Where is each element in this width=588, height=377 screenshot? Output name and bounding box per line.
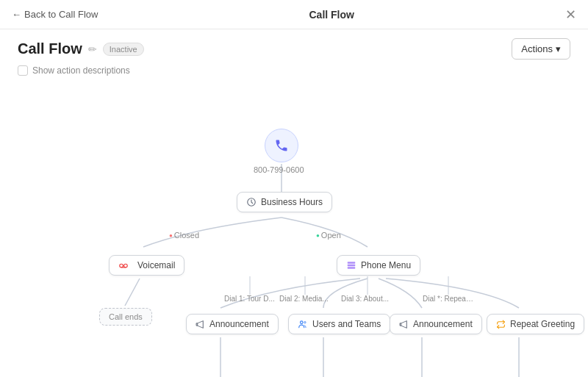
repeat-greeting-node[interactable]: Repeat Greeting bbox=[487, 314, 584, 334]
phone-menu-label: Phone Menu bbox=[361, 260, 411, 270]
actions-button[interactable]: Actions ▾ bbox=[512, 38, 570, 60]
voicemail-label: Voicemail bbox=[137, 260, 175, 270]
repeat-greeting-label: Repeat Greeting bbox=[510, 319, 575, 329]
svg-point-18 bbox=[304, 322, 306, 323]
closed-dot: ● bbox=[169, 232, 173, 239]
phone-menu-box: Phone Menu bbox=[337, 255, 420, 276]
dial-2-label: Dial 2: Media... bbox=[279, 295, 329, 303]
page-header-left: Call Flow ✏ Inactive bbox=[18, 40, 144, 57]
phone-number: 800-799-0600 bbox=[254, 165, 304, 174]
closed-label: ● Closed bbox=[169, 231, 199, 240]
top-bar: ← Back to Call Flow Call Flow ✕ bbox=[0, 0, 588, 29]
top-bar-title: Call Flow bbox=[309, 9, 354, 21]
business-hours-node[interactable]: Business Hours bbox=[237, 192, 332, 212]
open-label: ● Open bbox=[316, 231, 341, 240]
announcement-1-node[interactable]: Announcement bbox=[186, 314, 279, 334]
svg-rect-14 bbox=[348, 262, 356, 263]
flow-area: 800-799-0600 Business Hours ● Closed ● O… bbox=[0, 82, 588, 377]
announcement-1-box: Announcement bbox=[186, 314, 279, 334]
back-link[interactable]: ← Back to Call Flow bbox=[12, 9, 98, 20]
announcement-2-box: Announcement bbox=[390, 314, 482, 334]
business-hours-box: Business Hours bbox=[237, 192, 332, 212]
open-dot: ● bbox=[316, 232, 320, 239]
show-desc-label: Show action descriptions bbox=[32, 65, 130, 76]
users-teams-label: Users and Teams bbox=[312, 319, 381, 329]
voicemail-box: Voicemail bbox=[109, 255, 184, 276]
dial-3-label: Dial 3: About... bbox=[341, 295, 389, 303]
dial-4-label: Dial *: Repeat... bbox=[423, 295, 474, 303]
close-button[interactable]: ✕ bbox=[565, 8, 576, 21]
business-hours-label: Business Hours bbox=[261, 197, 323, 207]
phone-menu-node[interactable]: Phone Menu bbox=[337, 255, 420, 276]
svg-rect-16 bbox=[348, 267, 356, 268]
show-descriptions-row: Show action descriptions bbox=[0, 62, 588, 82]
svg-point-17 bbox=[301, 321, 304, 324]
page-title: Call Flow bbox=[18, 40, 82, 57]
svg-line-1 bbox=[125, 279, 140, 306]
back-link-label: Back to Call Flow bbox=[24, 9, 98, 20]
svg-point-12 bbox=[120, 264, 123, 268]
repeat-greeting-box: Repeat Greeting bbox=[487, 314, 584, 334]
phone-node[interactable] bbox=[265, 129, 298, 162]
announcement-2-label: Announcement bbox=[413, 319, 473, 329]
svg-rect-15 bbox=[348, 265, 356, 266]
show-desc-checkbox[interactable] bbox=[18, 65, 28, 76]
users-teams-node[interactable]: Users and Teams bbox=[288, 314, 390, 334]
call-ends-1-label: Call ends bbox=[109, 312, 143, 321]
call-ends-1-box: Call ends bbox=[99, 308, 152, 326]
svg-point-13 bbox=[124, 264, 128, 268]
inactive-badge: Inactive bbox=[103, 43, 144, 56]
users-teams-box: Users and Teams bbox=[288, 314, 390, 334]
page-header: Call Flow ✏ Inactive Actions ▾ bbox=[0, 29, 588, 62]
actions-label: Actions bbox=[521, 43, 553, 54]
phone-icon-circle bbox=[265, 129, 298, 162]
back-arrow-icon: ← bbox=[12, 9, 21, 20]
edit-icon[interactable]: ✏ bbox=[88, 43, 97, 55]
voicemail-node[interactable]: Voicemail bbox=[109, 255, 184, 276]
announcement-2-node[interactable]: Announcement bbox=[390, 314, 482, 334]
dropdown-icon: ▾ bbox=[556, 43, 561, 54]
announcement-1-label: Announcement bbox=[209, 319, 269, 329]
dial-1-label: Dial 1: Tour D... bbox=[224, 295, 275, 303]
call-ends-1-node[interactable]: Call ends bbox=[99, 308, 152, 326]
